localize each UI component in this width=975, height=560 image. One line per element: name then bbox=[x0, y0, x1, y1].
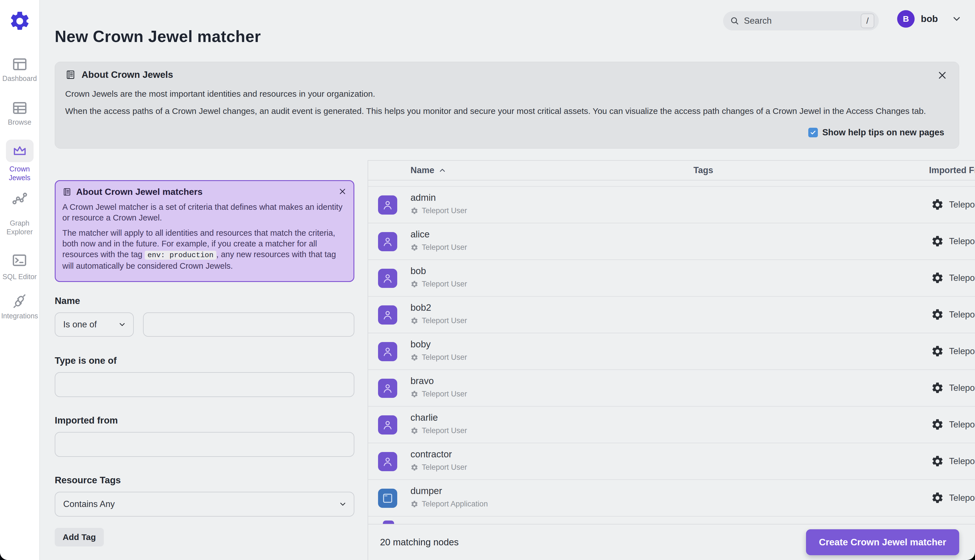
name-value-input[interactable] bbox=[144, 313, 354, 336]
table-row[interactable]: bob Teleport User Teleport bbox=[368, 260, 975, 297]
imported-from-input[interactable] bbox=[55, 433, 354, 456]
table-body: admin Teleport User Teleport alice Telep… bbox=[368, 187, 975, 517]
name-value-field[interactable] bbox=[143, 312, 354, 337]
user-menu[interactable]: B bob bbox=[897, 10, 962, 28]
about-crown-jewels-banner: About Crown Jewels Crown Jewels are the … bbox=[55, 62, 959, 148]
resource-kind: Teleport User bbox=[411, 280, 467, 288]
resource-avatar bbox=[378, 232, 397, 251]
gear-icon bbox=[411, 207, 418, 215]
gear-icon bbox=[931, 418, 944, 431]
close-icon[interactable] bbox=[338, 187, 347, 196]
name-operator-select[interactable]: Is one of bbox=[55, 312, 134, 337]
page-title: New Crown Jewel matcher bbox=[55, 27, 261, 46]
table-row[interactable]: bob2 Teleport User Teleport bbox=[368, 297, 975, 333]
banner-paragraph: Crown Jewels are the most important iden… bbox=[65, 89, 949, 99]
table-row[interactable]: admin Teleport User Teleport bbox=[368, 187, 975, 223]
show-help-tips-checkbox-row[interactable]: Show help tips on new pages bbox=[808, 127, 944, 138]
table-header-row: Name Tags Imported From bbox=[368, 160, 975, 180]
app-window-icon bbox=[381, 492, 394, 505]
book-icon bbox=[65, 69, 76, 80]
gear-icon bbox=[931, 308, 944, 321]
sidebar: Dashboard Browse CrownJewels GraphExplor… bbox=[0, 0, 40, 560]
sidebar-item-browse[interactable]: Browse bbox=[8, 99, 31, 127]
table-row[interactable]: boby Teleport User Teleport bbox=[368, 333, 975, 370]
user-icon bbox=[381, 345, 394, 358]
chevron-down-icon bbox=[951, 13, 962, 24]
user-icon bbox=[381, 418, 394, 432]
search-bar[interactable]: / bbox=[723, 11, 879, 30]
terminal-icon bbox=[11, 252, 28, 269]
search-input[interactable] bbox=[744, 16, 861, 26]
user-icon bbox=[381, 235, 394, 248]
resource-tags-operator-select[interactable]: Contains Any bbox=[55, 492, 354, 517]
sidebar-item-dashboard[interactable]: Dashboard bbox=[2, 55, 37, 83]
imported-from-cell: Teleport bbox=[931, 443, 975, 479]
column-header-name[interactable]: Name bbox=[411, 161, 447, 180]
resource-tags-label: Resource Tags bbox=[55, 475, 121, 485]
checkbox-checked[interactable] bbox=[808, 128, 818, 137]
card-paragraph: The matcher will apply to all identities… bbox=[62, 228, 347, 271]
sidebar-item-graph-explorer[interactable]: GraphExplorer bbox=[7, 190, 33, 236]
create-crown-jewel-matcher-button[interactable]: Create Crown Jewel matcher bbox=[806, 529, 959, 555]
resource-kind: Teleport Application bbox=[411, 500, 488, 508]
match-count: 20 matching nodes bbox=[380, 537, 459, 548]
resource-kind: Teleport User bbox=[411, 390, 467, 398]
dashboard-icon bbox=[11, 55, 28, 73]
table-row[interactable]: bravo Teleport User Teleport bbox=[368, 370, 975, 407]
table-row[interactable]: dumper Teleport Application Teleport bbox=[368, 480, 975, 517]
type-value-field[interactable] bbox=[55, 372, 354, 397]
graph-icon bbox=[11, 190, 28, 207]
search-shortcut-badge: / bbox=[861, 13, 874, 28]
imported-from-cell: Teleport bbox=[931, 297, 975, 333]
sidebar-item-label: Integrations bbox=[1, 312, 38, 320]
gear-icon bbox=[411, 317, 418, 325]
resource-name: dumper bbox=[411, 485, 442, 496]
gear-icon bbox=[931, 235, 944, 248]
resource-avatar bbox=[378, 489, 397, 508]
banner-title: About Crown Jewels bbox=[82, 69, 173, 80]
sidebar-item-integrations[interactable]: Integrations bbox=[1, 292, 38, 320]
gear-icon bbox=[931, 272, 944, 285]
table-row[interactable]: alice Teleport User Teleport bbox=[368, 223, 975, 260]
resource-avatar bbox=[378, 379, 397, 398]
search-icon bbox=[730, 16, 740, 26]
active-nav-pill bbox=[6, 140, 33, 162]
gear-icon bbox=[931, 455, 944, 468]
resource-avatar bbox=[378, 195, 397, 215]
column-header-tags[interactable]: Tags bbox=[675, 161, 731, 180]
partial-avatar bbox=[383, 520, 394, 524]
add-tag-button[interactable]: Add Tag bbox=[55, 528, 104, 547]
check-icon bbox=[810, 129, 816, 136]
type-value-input[interactable] bbox=[55, 373, 354, 397]
inline-code: env: production bbox=[145, 251, 216, 260]
avatar: B bbox=[897, 10, 915, 28]
imported-from-cell: Teleport bbox=[931, 370, 975, 406]
matching-nodes-table: Name Tags Imported From admin Teleport U… bbox=[368, 160, 975, 560]
chevron-down-icon bbox=[339, 500, 347, 508]
sort-ascending-icon bbox=[438, 166, 447, 175]
card-paragraph: A Crown Jewel matcher is a set of criter… bbox=[62, 202, 347, 223]
browse-table-icon bbox=[11, 99, 28, 117]
sidebar-item-sql-editor[interactable]: SQL Editor bbox=[3, 252, 37, 281]
plug-icon bbox=[11, 292, 28, 310]
table-row[interactable]: contractor Teleport User Teleport bbox=[368, 443, 975, 480]
resource-name: contractor bbox=[411, 449, 452, 460]
resource-avatar bbox=[378, 269, 397, 288]
book-icon bbox=[62, 187, 72, 197]
gear-icon bbox=[411, 500, 418, 508]
imported-from-field[interactable] bbox=[55, 432, 354, 457]
imported-from-cell: Teleport bbox=[931, 260, 975, 296]
resource-avatar bbox=[378, 305, 397, 325]
resource-kind: Teleport User bbox=[411, 426, 467, 435]
resource-avatar bbox=[378, 452, 397, 471]
column-header-imported-from[interactable]: Imported From bbox=[929, 161, 975, 180]
resource-name: alice bbox=[411, 229, 430, 240]
gear-logo-icon[interactable] bbox=[8, 10, 31, 32]
type-field-label: Type is one of bbox=[55, 355, 117, 366]
close-icon[interactable] bbox=[937, 70, 948, 81]
chevron-down-icon bbox=[118, 320, 126, 329]
table-row[interactable]: charlie Teleport User Teleport bbox=[368, 407, 975, 443]
sidebar-item-crown-jewels[interactable]: CrownJewels bbox=[6, 140, 33, 182]
user-icon bbox=[381, 382, 394, 395]
main-content: New Crown Jewel matcher / B bob About Cr… bbox=[40, 0, 975, 560]
